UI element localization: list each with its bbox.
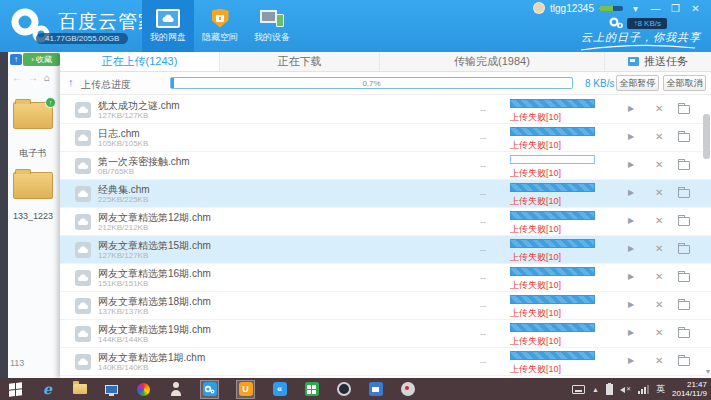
minimize-button[interactable]: —: [648, 3, 663, 14]
tab-uploading[interactable]: 正在上传(1243): [60, 52, 220, 71]
folder-133-1223-label: 133_1223: [5, 211, 61, 221]
menu-arrow-icon[interactable]: ▾: [628, 3, 643, 14]
home-icon[interactable]: ⌂: [44, 72, 50, 83]
green-app-icon[interactable]: [304, 382, 319, 397]
favorite-button[interactable]: › 收藏: [23, 53, 60, 66]
start-button[interactable]: ▶: [628, 356, 634, 365]
uc-browser-icon[interactable]: U: [236, 380, 255, 399]
cancel-button[interactable]: ✕: [655, 131, 663, 142]
cancel-button[interactable]: ✕: [655, 103, 663, 114]
open-folder-button[interactable]: [678, 301, 690, 310]
language-indicator[interactable]: 英: [656, 383, 665, 396]
cancel-button[interactable]: ✕: [655, 327, 663, 338]
cancel-all-button[interactable]: 全部取消: [663, 75, 706, 91]
file-row[interactable]: 网友文章精选第15期.chm 127KB/127KB -- 上传失败[10] ▶…: [60, 236, 711, 264]
start-button[interactable]: ▶: [628, 216, 634, 225]
start-button[interactable]: ▶: [628, 188, 634, 197]
file-explorer-icon[interactable]: [72, 382, 87, 397]
file-row[interactable]: 网友文章精选第12期.chm 212KB/212KB -- 上传失败[10] ▶…: [60, 208, 711, 236]
start-button[interactable]: ▶: [628, 104, 634, 113]
file-row[interactable]: 经典集.chm 225KB/225KB -- 上传失败[10] ▶ ✕: [60, 180, 711, 208]
pause-all-button[interactable]: 全部暂停: [616, 75, 659, 91]
baidu-cloud-taskbar-icon[interactable]: [200, 380, 219, 399]
open-folder-button[interactable]: [678, 357, 690, 366]
start-button[interactable]: ▶: [628, 300, 634, 309]
open-folder-button[interactable]: [678, 189, 690, 198]
folder-133-1223[interactable]: [13, 172, 53, 199]
file-speed: --: [480, 273, 486, 283]
internet-explorer-icon[interactable]: e: [40, 382, 55, 397]
tab-downloading[interactable]: 正在下载: [220, 52, 380, 71]
scroll-down-icon[interactable]: ▾: [706, 367, 710, 376]
chevron-right-icon: ›: [31, 55, 34, 64]
avatar[interactable]: [533, 2, 545, 14]
tray-expand-icon[interactable]: ▲: [592, 386, 599, 393]
blue-app-icon[interactable]: [368, 382, 383, 397]
cancel-button[interactable]: ✕: [655, 215, 663, 226]
pinwheel-app-icon[interactable]: [136, 382, 151, 397]
cancel-button[interactable]: ✕: [655, 299, 663, 310]
file-row[interactable]: 网友文章精选第18期.chm 137KB/137KB -- 上传失败[10] ▶…: [60, 292, 711, 320]
cancel-button[interactable]: ✕: [655, 355, 663, 366]
xunlei-icon[interactable]: «: [272, 382, 287, 397]
folder-ebooks[interactable]: ↑: [13, 102, 53, 129]
restore-button[interactable]: ❐: [668, 3, 683, 14]
open-folder-button[interactable]: [678, 161, 690, 170]
clock-app-icon[interactable]: [336, 382, 351, 397]
scrollbar-thumb[interactable]: [703, 114, 710, 159]
upload-status: 上传失败[10]: [510, 167, 561, 180]
person-app-icon[interactable]: [168, 382, 183, 397]
start-button[interactable]: ▶: [628, 132, 634, 141]
tab-completed[interactable]: 传输完成(1984): [380, 52, 605, 71]
speaker-muted-icon[interactable]: [620, 384, 631, 394]
file-row[interactable]: 犹太成功之谜.chm 127KB/127KB -- 上传失败[10] ▶ ✕: [60, 96, 711, 124]
cancel-button[interactable]: ✕: [655, 159, 663, 170]
file-row[interactable]: 第一次亲密接触.chm 0B/765KB -- 上传失败[10] ▶ ✕: [60, 152, 711, 180]
background-window: ↑ › 收藏 ← → ⌂ ↑ 电子书 133_1223 113: [0, 52, 60, 378]
clock[interactable]: 21:47 2014/11/9: [672, 380, 707, 398]
start-button[interactable]: ▶: [628, 160, 634, 169]
cancel-button[interactable]: ✕: [655, 243, 663, 254]
cancel-button[interactable]: ✕: [655, 271, 663, 282]
open-folder-button[interactable]: [678, 273, 690, 282]
scrollbar[interactable]: ▾: [703, 96, 710, 376]
nav-tab-my-devices[interactable]: 我的设备: [246, 0, 298, 52]
back-icon[interactable]: ←: [12, 72, 22, 83]
forward-icon[interactable]: →: [28, 72, 38, 83]
start-button[interactable]: [8, 382, 23, 397]
battery-icon[interactable]: [606, 384, 613, 395]
tab-push-task[interactable]: 推送任务: [605, 52, 711, 71]
start-button[interactable]: ▶: [628, 328, 634, 337]
baidu-cloud-logo-icon: [8, 5, 54, 51]
file-speed: --: [480, 161, 486, 171]
open-folder-button[interactable]: [678, 245, 690, 254]
open-folder-button[interactable]: [678, 329, 690, 338]
file-size: 127KB/127KB: [98, 111, 148, 120]
upload-status: 上传失败[10]: [510, 279, 561, 292]
grey-round-app-icon[interactable]: [400, 382, 415, 397]
file-row[interactable]: 网友文章精选第16期.chm 151KB/151KB -- 上传失败[10] ▶…: [60, 264, 711, 292]
file-speed: --: [480, 357, 486, 367]
chm-file-icon: [75, 270, 91, 290]
network-signal-icon[interactable]: [638, 385, 649, 394]
nav-tab-hidden-space[interactable]: 隐藏空间: [194, 0, 246, 52]
open-folder-button[interactable]: [678, 217, 690, 226]
start-button[interactable]: ▶: [628, 244, 634, 253]
open-folder-button[interactable]: [678, 105, 690, 114]
row-progress-bar: [510, 295, 595, 304]
file-row[interactable]: 网友文章精选第19期.chm 144KB/144KB -- 上传失败[10] ▶…: [60, 320, 711, 348]
nav-tab-my-netdisk[interactable]: 我的网盘: [142, 0, 194, 52]
touch-keyboard-icon[interactable]: [572, 385, 585, 394]
folder-ebooks-label: 电子书: [5, 147, 61, 160]
username[interactable]: tlgg12345: [550, 3, 594, 14]
desktop-monitor-icon[interactable]: [104, 382, 119, 397]
row-progress-bar: [510, 127, 595, 136]
file-row[interactable]: 日志.chm 105KB/105KB -- 上传失败[10] ▶ ✕: [60, 124, 711, 152]
start-button[interactable]: ▶: [628, 272, 634, 281]
file-row[interactable]: 网友文章精选第1期.chm 140KB/140KB -- 上传失败[10] ▶ …: [60, 348, 711, 376]
file-size: 151KB/151KB: [98, 279, 148, 288]
close-button[interactable]: ✕: [688, 3, 703, 14]
open-folder-button[interactable]: [678, 133, 690, 142]
upload-icon[interactable]: ↑: [10, 54, 22, 65]
cancel-button[interactable]: ✕: [655, 187, 663, 198]
